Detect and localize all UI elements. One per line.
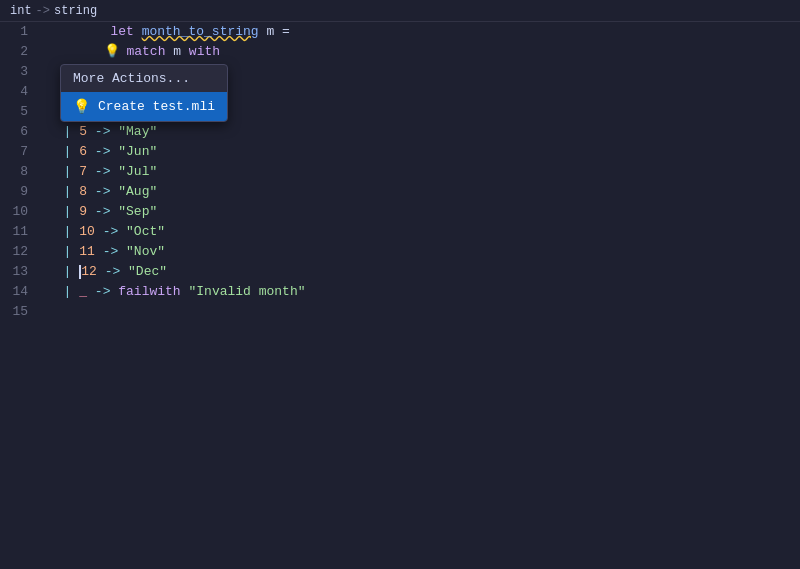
line-13: 13 | 12 -> "Dec" (0, 262, 800, 282)
str-dec: "Dec" (128, 264, 167, 279)
line-number-7: 7 (0, 142, 40, 162)
line-number-2: 2 (0, 42, 40, 62)
line-content-13: | 12 -> "Dec" (40, 262, 800, 282)
pipe-10: | (48, 204, 79, 219)
line-2: 2 💡match m with (0, 42, 800, 62)
num-11: 11 (79, 244, 95, 259)
editor-content: 1 let month_to_string m = 2 💡match m wit… (0, 22, 800, 569)
breadcrumb: int -> string (0, 0, 800, 22)
line-number-8: 8 (0, 162, 40, 182)
pipe-12: | (48, 244, 79, 259)
pipe-9: | (48, 184, 79, 199)
pipe-14: | (48, 284, 79, 299)
create-test-lightbulb-icon: 💡 (73, 98, 90, 115)
line-number-1: 1 (0, 22, 40, 42)
line-content-14: | _ -> failwith "Invalid month" (40, 282, 800, 302)
breadcrumb-type: int (10, 4, 32, 18)
breadcrumb-return-type: string (54, 4, 97, 18)
line-number-6: 6 (0, 122, 40, 142)
num-9: 9 (79, 204, 87, 219)
num-7: 7 (79, 164, 87, 179)
num-8: 8 (79, 184, 87, 199)
pipe-8: | (48, 164, 79, 179)
str-nov: "Nov" (126, 244, 165, 259)
keyword-match: match (126, 44, 165, 59)
line-content-12: | 11 -> "Nov" (40, 242, 800, 262)
arrow-12: -> (95, 244, 126, 259)
line-content-9: | 8 -> "Aug" (40, 182, 800, 202)
pipe-13: | (48, 264, 79, 279)
str-sep: "Sep" (118, 204, 157, 219)
line-14: 14 | _ -> failwith "Invalid month" (0, 282, 800, 302)
create-test-label: Create test.mli (98, 99, 215, 114)
arrow-8: -> (87, 164, 118, 179)
num-12: 12 (81, 264, 97, 279)
line-11: 11 | 10 -> "Oct" (0, 222, 800, 242)
line-6: 6 | 5 -> "May" (0, 122, 800, 142)
line-number-4: 4 (0, 82, 40, 102)
line-number-13: 13 (0, 262, 40, 282)
line-content-11: | 10 -> "Oct" (40, 222, 800, 242)
str-jun: "Jun" (118, 144, 157, 159)
arrow-7: -> (87, 144, 118, 159)
line-10: 10 | 9 -> "Sep" (0, 202, 800, 222)
line-number-11: 11 (0, 222, 40, 242)
arrow-6: -> (87, 124, 118, 139)
line-number-5: 5 (0, 102, 40, 122)
match-param: m (165, 44, 188, 59)
line-number-9: 9 (0, 182, 40, 202)
editor: int -> string 1 let month_to_string m = … (0, 0, 800, 569)
line-12: 12 | 11 -> "Nov" (0, 242, 800, 262)
line-number-10: 10 (0, 202, 40, 222)
line-content-6: | 5 -> "May" (40, 122, 800, 142)
str-invalid: "Invalid month" (181, 284, 306, 299)
line-content-8: | 7 -> "Jul" (40, 162, 800, 182)
arrow-9: -> (87, 184, 118, 199)
line-9: 9 | 8 -> "Aug" (0, 182, 800, 202)
pipe-11: | (48, 224, 79, 239)
line-number-14: 14 (0, 282, 40, 302)
arrow-10: -> (87, 204, 118, 219)
pipe-7: | (48, 144, 79, 159)
context-menu: More Actions... 💡 Create test.mli (60, 64, 228, 122)
pipe-6: | (48, 124, 79, 139)
line-15: 15 (0, 302, 800, 322)
line-8: 8 | 7 -> "Jul" (0, 162, 800, 182)
arrow-13: -> (97, 264, 128, 279)
lightbulb-icon[interactable]: 💡 (104, 44, 120, 59)
line-number-15: 15 (0, 302, 40, 322)
str-jul: "Jul" (118, 164, 157, 179)
str-may: "May" (118, 124, 157, 139)
line-number-12: 12 (0, 242, 40, 262)
wildcard: _ (79, 284, 87, 299)
num-6: 6 (79, 144, 87, 159)
str-aug: "Aug" (118, 184, 157, 199)
num-5: 5 (79, 124, 87, 139)
create-test-item[interactable]: 💡 Create test.mli (61, 92, 227, 121)
keyword-with: with (189, 44, 220, 59)
str-oct: "Oct" (126, 224, 165, 239)
line-content-7: | 6 -> "Jun" (40, 142, 800, 162)
line-7: 7 | 6 -> "Jun" (0, 142, 800, 162)
more-actions-label: More Actions... (73, 71, 190, 86)
line-content-10: | 9 -> "Sep" (40, 202, 800, 222)
line-number-3: 3 (0, 62, 40, 82)
more-actions-item[interactable]: More Actions... (61, 65, 227, 92)
arrow-11: -> (95, 224, 126, 239)
arrow-14: -> (87, 284, 118, 299)
num-10: 10 (79, 224, 95, 239)
keyword-failwith: failwith (118, 284, 180, 299)
